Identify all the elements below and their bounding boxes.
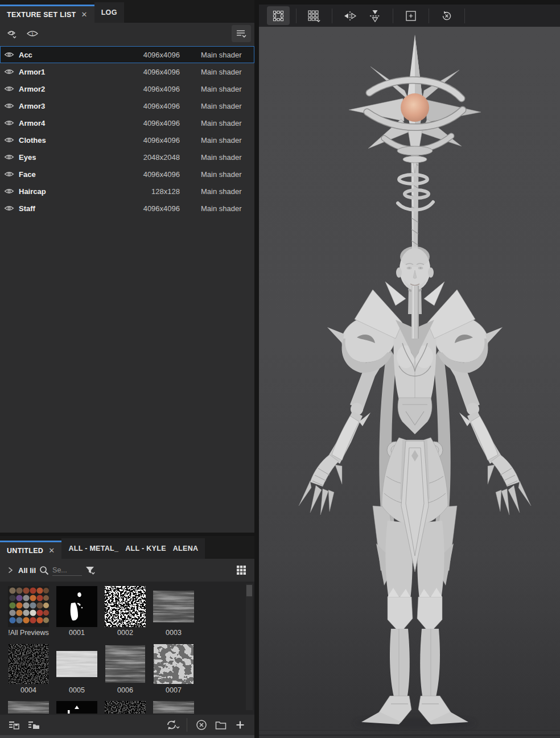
texture-panel-toolbar: 1 [0, 23, 254, 44]
grid-view-icon[interactable] [232, 562, 251, 579]
character-model [259, 27, 560, 738]
texture-set-row[interactable]: Clothes 4096x4096 Main shader [0, 131, 254, 149]
shelf-asset[interactable]: 0001 [54, 586, 100, 644]
expand-chevron-icon[interactable] [3, 562, 17, 579]
staff-orb [401, 93, 429, 122]
solo-view-icon[interactable]: 1 [23, 25, 42, 42]
shelf-asset[interactable]: 0002 [102, 586, 148, 644]
visibility-eye-icon[interactable] [1, 136, 18, 144]
texture-set-shader[interactable]: Main shader [201, 136, 242, 145]
texture-set-resolution: 4096x4096 [129, 51, 180, 59]
viewport-toolbar [259, 5, 560, 27]
texture-set-shader[interactable]: Main shader [201, 102, 242, 110]
texture-set-row[interactable]: Armor1 4096x4096 Main shader [0, 63, 254, 80]
visibility-eye-icon[interactable] [1, 102, 18, 110]
texture-set-row[interactable]: Acc 4096x4096 Main shader [0, 46, 254, 63]
dark-streaks-thumbnail [105, 645, 145, 683]
shelf-asset[interactable]: 0003 [151, 586, 196, 644]
visibility-eye-icon[interactable] [1, 68, 18, 76]
tab-alena[interactable]: ALENA [173, 538, 205, 559]
asset-label: 0007 [166, 686, 182, 694]
tab-label: TEXTURE SET LIST [7, 11, 76, 19]
mirror-horizontal-icon[interactable] [339, 6, 361, 25]
scrollbar-thumb[interactable] [246, 585, 252, 596]
pivot-frame-icon[interactable] [400, 6, 422, 25]
visibility-cycle-icon[interactable] [3, 25, 23, 42]
shelf-asset[interactable] [6, 701, 51, 715]
shelf-asset[interactable] [102, 701, 148, 715]
texture-set-resolution: 4096x4096 [129, 204, 180, 213]
tab-all-metal[interactable]: ALL - METAL_ [61, 538, 125, 559]
texture-set-shader[interactable]: Main shader [201, 170, 242, 179]
shelf-asset[interactable]: 0007 [151, 644, 196, 701]
close-icon[interactable]: ✕ [48, 546, 55, 555]
tab-untitled-shelf[interactable]: UNTITLED ✕ [0, 541, 61, 559]
texture-set-shader[interactable]: Main shader [201, 68, 242, 76]
tab-texture-set-list[interactable]: TEXTURE SET LIST ✕ [0, 5, 94, 23]
texture-set-row[interactable]: Haircap 128x128 Main shader [0, 183, 254, 200]
texture-set-row[interactable]: Face 4096x4096 Main shader [0, 166, 254, 183]
transform-handles-icon[interactable] [267, 6, 290, 25]
close-icon[interactable]: ✕ [81, 10, 87, 19]
svg-text:1: 1 [31, 31, 34, 37]
asset-label: 0001 [69, 629, 85, 637]
save-shelf-icon[interactable] [5, 716, 24, 733]
visibility-eye-icon[interactable] [1, 187, 18, 195]
gauntlet [299, 455, 342, 515]
texture-set-shader[interactable]: Main shader [201, 153, 242, 162]
texture-set-row[interactable]: Armor3 4096x4096 Main shader [0, 97, 254, 114]
texture-set-name: Staff [19, 204, 35, 213]
texture-set-row[interactable]: Armor4 4096x4096 Main shader [0, 114, 254, 131]
visibility-eye-icon[interactable] [1, 170, 18, 178]
shelf-asset[interactable]: !All Previews [6, 586, 51, 644]
texture-set-name: Eyes [19, 153, 36, 162]
shelf-folder-icon[interactable] [24, 716, 43, 733]
tab-log[interactable]: LOG [94, 2, 124, 23]
visibility-eye-icon[interactable] [1, 85, 18, 93]
texture-set-name: Clothes [19, 136, 46, 145]
texture-set-row[interactable]: Eyes 2048x2048 Main shader [0, 149, 254, 166]
texture-set-shader[interactable]: Main shader [201, 85, 242, 93]
patchy-thumbnail [154, 644, 193, 684]
tiling-grid-icon[interactable] [303, 6, 326, 25]
viewport-canvas[interactable] [259, 27, 560, 738]
refresh-icon[interactable] [163, 716, 182, 733]
left-panel-column: TEXTURE SET LIST ✕ LOG 1 [0, 0, 254, 738]
texture-set-name: Haircap [19, 187, 46, 196]
texture-set-shader[interactable]: Main shader [201, 204, 242, 213]
texture-set-resolution: 4096x4096 [129, 85, 180, 93]
visibility-eye-icon[interactable] [1, 51, 18, 59]
shelf-asset[interactable]: 0005 [54, 644, 100, 701]
shelf-path-label[interactable]: All lil [18, 566, 36, 575]
shelf-scrollbar[interactable] [246, 584, 253, 710]
texture-set-shader[interactable]: Main shader [201, 119, 242, 127]
search-box [39, 565, 82, 576]
list-options-icon[interactable] [232, 25, 251, 42]
texture-set-resolution: 4096x4096 [129, 102, 180, 110]
folder-icon[interactable] [211, 716, 230, 733]
shelf-asset[interactable]: 0004 [6, 644, 51, 701]
staff [349, 35, 481, 255]
viewport-bottom-line [259, 735, 560, 736]
mirror-vertical-icon[interactable] [364, 6, 386, 25]
filter-icon[interactable] [82, 562, 99, 579]
texture-set-name: Acc [19, 51, 32, 59]
reset-rotation-icon[interactable] [435, 6, 458, 25]
left-panel-bottom-strip [0, 735, 254, 738]
texture-set-shader[interactable]: Main shader [201, 51, 242, 59]
shelf-asset[interactable]: 0006 [102, 644, 148, 701]
shelf-asset[interactable] [54, 701, 100, 715]
asset-label: 0003 [166, 629, 182, 637]
texture-set-resolution: 2048x2048 [129, 153, 180, 162]
texture-set-shader[interactable]: Main shader [201, 187, 242, 196]
visibility-eye-icon[interactable] [1, 204, 18, 212]
search-input[interactable] [52, 565, 82, 576]
visibility-eye-icon[interactable] [1, 119, 18, 127]
clear-icon[interactable] [192, 716, 211, 733]
add-icon[interactable] [230, 716, 250, 733]
tab-all-kyle[interactable]: ALL - KYLE [125, 538, 173, 559]
texture-set-row[interactable]: Staff 4096x4096 Main shader [0, 200, 254, 217]
texture-set-row[interactable]: Armor2 4096x4096 Main shader [0, 80, 254, 97]
visibility-eye-icon[interactable] [1, 153, 18, 161]
shelf-asset[interactable] [151, 701, 196, 715]
